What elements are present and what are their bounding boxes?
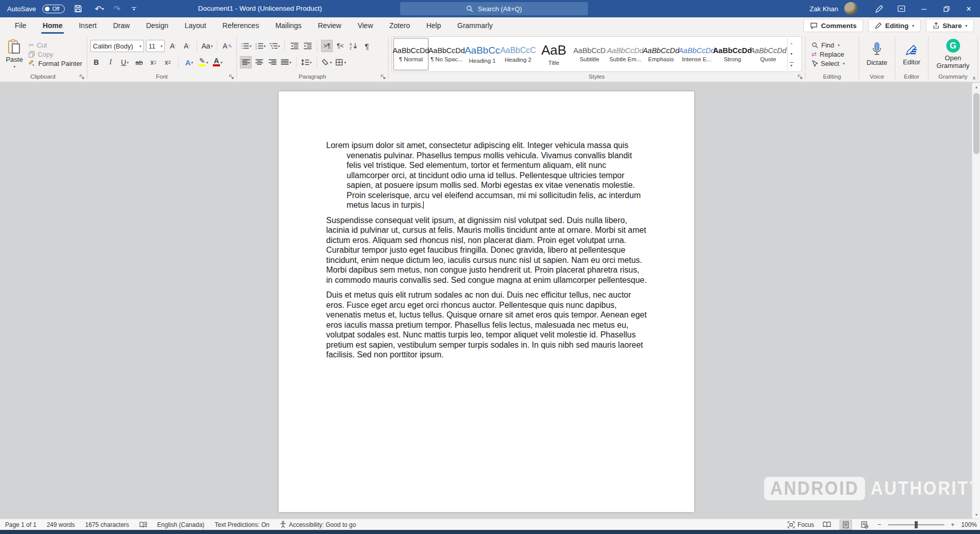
font-dialog-launcher[interactable] [229,75,234,80]
style-emphasis[interactable]: AaBbCcDdEmphasis [643,38,679,70]
multilevel-list-button[interactable]: ▾ [268,40,281,52]
chevron-down-icon[interactable]: ▾ [14,64,16,69]
zoom-slider-thumb[interactable] [915,521,918,528]
word-count[interactable]: 249 words [46,521,75,528]
styles-dialog-launcher[interactable] [798,75,803,80]
styles-scroll-down-icon[interactable]: ▾ [788,48,795,59]
justify-button[interactable]: ▾ [280,56,292,68]
minimize-button[interactable]: ─ [913,0,935,17]
web-layout-button[interactable] [859,520,871,530]
tab-design[interactable]: Design [138,17,176,34]
editor-button[interactable]: Editor [898,36,925,72]
tab-mailings[interactable]: Mailings [267,17,309,34]
bullet-list-button[interactable]: ▾ [240,40,253,52]
align-right-button[interactable] [266,56,278,68]
proofing-status-icon[interactable] [139,521,147,528]
language-indicator[interactable]: English (Canada) [157,521,205,528]
paste-button[interactable]: Paste ▾ [2,36,27,72]
increase-indent-button[interactable] [302,40,313,52]
font-color-button[interactable]: A ▾ [212,56,224,68]
text-effects-button[interactable]: A▾ [183,56,195,68]
save-icon[interactable] [71,2,85,15]
style-subtle-emphasis[interactable]: AaBbCcDdSubtle Em... [607,38,643,70]
style-title[interactable]: AaBTitle [536,38,572,70]
show-formatting-marks-button[interactable]: ¶ [361,40,373,52]
clipboard-dialog-launcher[interactable] [80,75,85,80]
sort-button[interactable]: AZ [348,40,359,52]
select-button[interactable]: Select ▾ [812,60,845,67]
text-predictions-indicator[interactable]: Text Predictions: On [215,521,270,528]
focus-mode-button[interactable]: Focus [788,521,814,528]
document-page[interactable]: Lorem ipsum dolor sit amet, consectetur … [279,91,694,512]
user-name[interactable]: Zak Khan [810,5,838,13]
highlight-color-button[interactable]: ✎ ▾ [198,56,209,68]
decrease-indent-button[interactable] [288,40,300,52]
style-no-spacing[interactable]: AaBbCcDd¶ No Spac... [429,38,464,70]
tab-layout[interactable]: Layout [177,17,214,34]
zoom-out-button[interactable]: − [877,521,881,528]
underline-button[interactable]: U▾ [119,56,131,68]
superscript-button[interactable]: x2 [162,56,174,68]
numbered-list-button[interactable]: 123 ▾ [254,40,267,52]
align-left-button[interactable] [240,56,252,68]
comments-button[interactable]: Comments [803,19,863,32]
document-text[interactable]: Lorem ipsum dolor sit amet, consectetur … [326,140,647,365]
page-indicator[interactable]: Page 1 of 1 [5,521,36,528]
borders-button[interactable]: ▾ [334,56,347,68]
styles-scroll-up-icon[interactable]: ▴ [788,38,795,48]
grow-font-button[interactable]: Aˆ [167,40,179,52]
subscript-button[interactable]: x2 [148,56,159,68]
tab-home[interactable]: Home [35,17,70,34]
tab-grammarly[interactable]: Grammarly [450,17,500,34]
style-heading-2[interactable]: AaBbCcCHeading 2 [500,38,536,70]
scroll-up-icon[interactable]: ▴ [972,83,980,91]
read-mode-button[interactable] [821,520,833,530]
line-spacing-button[interactable]: ▾ [300,56,313,68]
vertical-scrollbar[interactable]: ▴ ▾ [972,83,980,519]
zoom-slider[interactable] [888,524,944,525]
close-button[interactable]: ✕ [958,0,980,17]
replace-button[interactable]: ⇄ Replace [812,51,845,58]
customize-quick-access-icon[interactable]: ▾ [130,7,137,11]
clear-formatting-button[interactable]: A✎ [222,40,233,52]
shrink-font-button[interactable]: Aˇ [181,40,192,52]
tab-review[interactable]: Review [310,17,349,34]
print-layout-button[interactable] [840,520,852,530]
format-painter-button[interactable]: Format Painter [29,60,82,67]
tab-help[interactable]: Help [419,17,449,34]
dictate-button[interactable]: Dictate [862,36,892,72]
tab-draw[interactable]: Draw [105,17,137,34]
tab-view[interactable]: View [350,17,381,34]
style-subtitle[interactable]: AaBbCcDSubtitle [572,38,607,70]
style-heading-1[interactable]: AaBbCcHeading 1 [464,38,500,70]
styles-more-icon[interactable]: ▾ [788,60,795,70]
search-input[interactable]: Search (Alt+Q) [400,2,588,15]
scrollbar-thumb[interactable] [973,93,979,154]
strikethrough-button[interactable]: ab [133,56,145,68]
undo-chevron-down-icon[interactable]: ▾ [102,7,104,11]
avatar[interactable] [844,2,857,15]
align-center-button[interactable] [253,56,265,68]
shading-button[interactable]: ▾ [321,56,333,68]
tab-references[interactable]: References [215,17,267,34]
open-grammarly-button[interactable]: G OpenGrammarly [932,36,974,72]
style-intense-emphasis[interactable]: AaBbCcDdIntense E... [679,38,715,70]
style-strong[interactable]: AaBbCcDdStrong [715,38,750,70]
accessibility-status[interactable]: Accessibility: Good to go [280,521,356,528]
paragraph-3[interactable]: Duis et metus quis elit rutrum sodales a… [326,290,647,360]
tab-insert[interactable]: Insert [71,17,104,34]
autosave-toggle[interactable]: Off [42,5,65,13]
collapse-ribbon-button[interactable]: ∧ [972,75,976,81]
rtl-text-direction-button[interactable]: ¶< [334,40,346,52]
paragraph-dialog-launcher[interactable] [381,75,386,80]
scroll-down-icon[interactable]: ▾ [972,511,980,519]
font-size-select[interactable]: 11 ▾ [146,40,165,52]
ribbon-display-options-icon[interactable] [890,0,913,17]
tab-zotero[interactable]: Zotero [382,17,418,34]
tab-file[interactable]: File [7,17,34,34]
zoom-in-button[interactable]: + [951,521,955,528]
share-button[interactable]: Share ▾ [926,19,974,32]
change-case-button[interactable]: Aa▾ [201,40,213,52]
character-count[interactable]: 1675 characters [85,521,129,528]
find-button[interactable]: Find ▾ [812,41,845,49]
